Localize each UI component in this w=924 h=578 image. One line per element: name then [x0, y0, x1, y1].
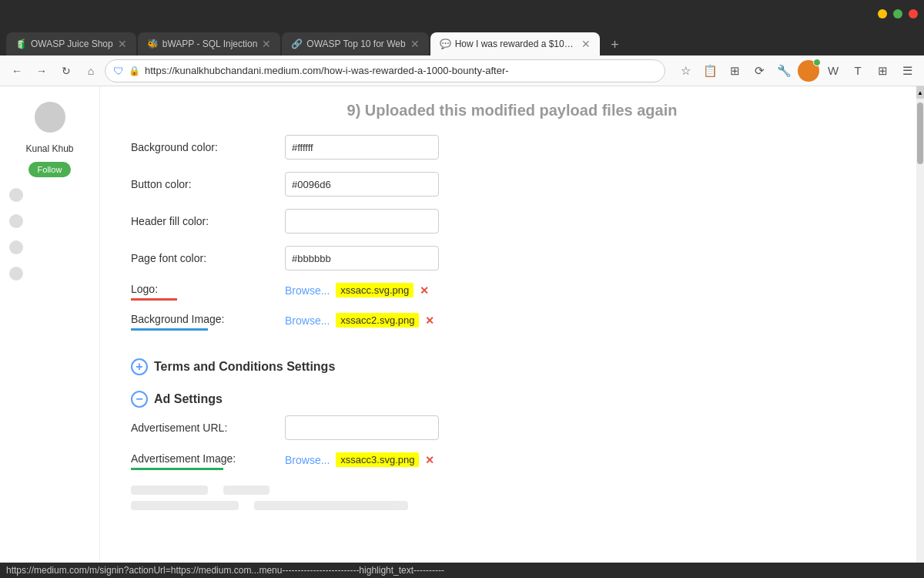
tab-label-4: How I was rewarded a $1000 b...: [455, 39, 577, 49]
background-image-row: Background Image: Browse... xssacc2.svg.…: [131, 313, 893, 331]
sidebar-icon-1: [9, 188, 23, 202]
terms-section-label: Terms and Conditions Settings: [154, 360, 335, 374]
tabs-bar: 🧃 OWASP Juice Shop ✕ 🐝 bWAPP - SQL Injec…: [0, 28, 924, 55]
ad-section-label: Ad Settings: [154, 392, 223, 406]
address-text: https://kunalkhubchandani.medium.com/how…: [145, 65, 657, 76]
background-image-file-badge: xssacc2.svg.png: [336, 313, 419, 328]
background-color-label: Background color:: [131, 141, 285, 153]
button-color-label: Button color:: [131, 178, 285, 190]
page-font-color-row: Page font color:: [131, 246, 893, 271]
tab-close-4[interactable]: ✕: [581, 38, 591, 50]
translate-icon[interactable]: ⟳: [748, 60, 770, 82]
grid-icon[interactable]: ⊞: [872, 60, 893, 82]
scrollbar-thumb[interactable]: [917, 102, 923, 164]
ad-section: Advertisement URL: Advertisement Image: …: [100, 415, 924, 470]
ad-image-upload: Browse... xssacc3.svg.png ✕: [285, 452, 434, 467]
page-font-color-label: Page font color:: [131, 252, 285, 264]
background-image-underline: [131, 328, 208, 331]
background-color-input[interactable]: [285, 135, 439, 160]
ad-image-label: Advertisement Image:: [131, 452, 285, 465]
title-bar: [0, 0, 924, 28]
tab-favicon-1: 🧃: [15, 39, 26, 49]
ad-section-header[interactable]: − Ad Settings: [100, 383, 924, 415]
background-image-label: Background Image:: [131, 313, 285, 325]
reload-button[interactable]: ↻: [55, 60, 77, 82]
new-tab-button[interactable]: +: [604, 34, 626, 55]
bookmark-icon[interactable]: ☆: [675, 60, 696, 82]
sidebar-icon-4: [9, 267, 23, 281]
maximize-button[interactable]: [893, 9, 902, 18]
extensions-icon[interactable]: 🔧: [773, 60, 795, 82]
profile-icon[interactable]: [798, 60, 819, 82]
clipboard-icon[interactable]: 📋: [699, 60, 721, 82]
logo-file-badge: xssacc.svg.png: [336, 283, 413, 297]
sidebar-item-2: [0, 208, 99, 234]
sidebar: Kunal Khub Follow: [0, 86, 100, 578]
minimize-button[interactable]: [878, 9, 887, 18]
settings-form: Background color: Button color: Header f…: [100, 127, 924, 351]
tab-favicon-4: 💬: [440, 39, 450, 49]
apps-icon[interactable]: ⊞: [724, 60, 745, 82]
profile-badge: [813, 59, 821, 66]
forward-button[interactable]: →: [31, 60, 52, 82]
tab-owasp-juice-shop[interactable]: 🧃 OWASP Juice Shop ✕: [6, 32, 136, 55]
sidebar-item-1: [0, 182, 99, 208]
tab-close-3[interactable]: ✕: [410, 38, 420, 50]
ad-image-file-badge: xssacc3.svg.png: [336, 452, 419, 467]
menu-button[interactable]: ☰: [896, 60, 918, 82]
logo-remove-button[interactable]: ✕: [420, 284, 429, 297]
ad-collapse-icon[interactable]: −: [131, 391, 148, 408]
status-text: https://medium.com/m/signin?actionUrl=ht…: [6, 565, 444, 576]
ad-url-input[interactable]: [285, 415, 439, 440]
ad-url-label: Advertisement URL:: [131, 422, 285, 434]
logo-browse-link[interactable]: Browse...: [285, 284, 330, 297]
user-name: Kunal Khub: [0, 140, 99, 157]
user-avatar: [35, 102, 65, 133]
reading-icon[interactable]: T: [847, 60, 869, 82]
lock-icon: 🔒: [129, 66, 140, 76]
tab-close-1[interactable]: ✕: [118, 38, 127, 50]
background-image-remove-button[interactable]: ✕: [425, 314, 434, 327]
page-scrollbar[interactable]: ▲ ▼: [916, 86, 924, 578]
tab-favicon-3: 🔗: [291, 39, 302, 49]
address-bar[interactable]: 🛡 🔒 https://kunalkhubchandani.medium.com…: [105, 59, 665, 82]
follow-button[interactable]: Follow: [28, 162, 72, 177]
home-button[interactable]: ⌂: [80, 60, 102, 82]
logo-row: Logo: Browse... xssacc.svg.png ✕: [131, 283, 893, 301]
tab-owasp-top10[interactable]: 🔗 OWASP Top 10 for Web ✕: [282, 32, 428, 55]
ad-url-row: Advertisement URL:: [131, 415, 893, 440]
page-font-color-input[interactable]: [285, 246, 439, 271]
background-color-row: Background color:: [131, 135, 893, 160]
nav-bar: ← → ↻ ⌂ 🛡 🔒 https://kunalkhubchandani.me…: [0, 55, 924, 86]
header-fill-color-label: Header fill color:: [131, 215, 285, 227]
tab-label-1: OWASP Juice Shop: [31, 39, 113, 49]
back-button[interactable]: ←: [6, 60, 28, 82]
wallet-icon[interactable]: W: [822, 60, 844, 82]
button-color-row: Button color:: [131, 172, 893, 197]
bottom-blurred-content: [100, 486, 924, 510]
tab-bwapp[interactable]: 🐝 bWAPP - SQL Injection ✕: [138, 32, 281, 55]
status-bar: https://medium.com/m/signin?actionUrl=ht…: [0, 563, 924, 578]
close-button[interactable]: [909, 9, 918, 18]
ad-image-remove-button[interactable]: ✕: [425, 454, 434, 466]
terms-section-header[interactable]: + Terms and Conditions Settings: [100, 351, 924, 383]
main-content: 9) Uploaded this modified payload files …: [100, 86, 924, 578]
logo-label: Logo:: [131, 283, 285, 295]
terms-expand-icon[interactable]: +: [131, 358, 148, 375]
header-fill-color-row: Header fill color:: [131, 209, 893, 234]
tab-close-2[interactable]: ✕: [262, 38, 271, 50]
sidebar-icon-3: [9, 240, 23, 254]
scrollbar-up-button[interactable]: ▲: [916, 86, 924, 99]
header-fill-color-input[interactable]: [285, 209, 439, 234]
logo-underline: [131, 298, 177, 301]
background-image-upload: Browse... xssacc2.svg.png ✕: [285, 313, 434, 328]
button-color-input[interactable]: [285, 172, 439, 197]
ad-image-underline: [131, 468, 223, 470]
tab-how-rewarded[interactable]: 💬 How I was rewarded a $1000 b... ✕: [430, 32, 600, 55]
ad-image-browse-link[interactable]: Browse...: [285, 454, 330, 466]
background-image-browse-link[interactable]: Browse...: [285, 314, 330, 327]
page-content: Kunal Khub Follow 9) Uploaded this modif…: [0, 86, 924, 578]
sidebar-icon-2: [9, 214, 23, 228]
ad-image-row: Advertisement Image: Browse... xssacc3.s…: [131, 452, 893, 470]
tab-favicon-2: 🐝: [147, 39, 158, 49]
